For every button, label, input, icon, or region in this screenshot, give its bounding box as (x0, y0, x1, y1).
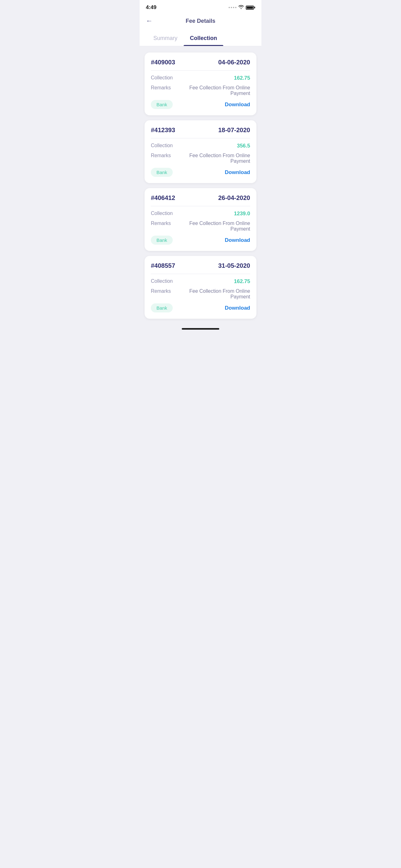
card-footer-0: Bank Download (151, 100, 250, 109)
page-title: Fee Details (186, 18, 215, 24)
status-bar: 4:49 (140, 0, 261, 13)
fee-card-1: #412393 18-07-2020 Collection 356.5 Rema… (144, 120, 257, 183)
download-button-2[interactable]: Download (225, 237, 250, 243)
collection-row-0: Collection 162.75 (151, 75, 250, 81)
fee-card-3: #408557 31-05-2020 Collection 162.75 Rem… (144, 256, 257, 319)
card-header-2: #406412 26-04-2020 (151, 194, 250, 206)
remarks-row-1: Remarks Fee Collection From Online Payme… (151, 153, 250, 164)
status-time: 4:49 (146, 4, 157, 11)
signal-icon (229, 7, 236, 8)
collection-amount-3: 162.75 (234, 278, 250, 285)
card-footer-3: Bank Download (151, 303, 250, 312)
remarks-label-3: Remarks (151, 288, 171, 294)
wifi-icon (238, 5, 244, 10)
bank-badge-3[interactable]: Bank (151, 303, 173, 312)
remarks-value-3: Fee Collection From Online Payment (188, 288, 250, 300)
card-id-0: #409003 (151, 59, 175, 66)
back-button[interactable]: ← (146, 16, 155, 26)
card-date-3: 31-05-2020 (218, 262, 250, 269)
collection-label-1: Collection (151, 143, 173, 148)
card-header-0: #409003 04-06-2020 (151, 59, 250, 71)
bank-badge-0[interactable]: Bank (151, 100, 173, 109)
home-bar (182, 328, 219, 330)
card-id-2: #406412 (151, 194, 175, 202)
card-header-3: #408557 31-05-2020 (151, 262, 250, 274)
tab-summary[interactable]: Summary (147, 31, 183, 46)
collection-amount-1: 356.5 (237, 143, 250, 149)
download-button-1[interactable]: Download (225, 169, 250, 176)
fee-card-2: #406412 26-04-2020 Collection 1239.0 Rem… (144, 188, 257, 251)
card-date-2: 26-04-2020 (218, 194, 250, 202)
remarks-label-1: Remarks (151, 153, 171, 158)
card-header-1: #412393 18-07-2020 (151, 127, 250, 138)
remarks-label-2: Remarks (151, 221, 171, 226)
download-button-3[interactable]: Download (225, 305, 250, 311)
collection-amount-0: 162.75 (234, 75, 250, 81)
tabs-container: Summary Collection (140, 31, 261, 46)
remarks-row-2: Remarks Fee Collection From Online Payme… (151, 221, 250, 232)
download-button-0[interactable]: Download (225, 101, 250, 108)
collection-label-0: Collection (151, 75, 173, 81)
card-date-1: 18-07-2020 (218, 127, 250, 134)
remarks-value-2: Fee Collection From Online Payment (188, 221, 250, 232)
card-footer-1: Bank Download (151, 168, 250, 177)
card-id-3: #408557 (151, 262, 175, 269)
home-indicator (140, 325, 261, 335)
collection-row-2: Collection 1239.0 (151, 211, 250, 217)
card-footer-2: Bank Download (151, 236, 250, 245)
collection-label-3: Collection (151, 278, 173, 284)
remarks-value-1: Fee Collection From Online Payment (188, 153, 250, 164)
collection-label-2: Collection (151, 211, 173, 216)
remarks-label-0: Remarks (151, 85, 171, 91)
fee-card-0: #409003 04-06-2020 Collection 162.75 Rem… (144, 53, 257, 115)
card-id-1: #412393 (151, 127, 175, 134)
collection-row-3: Collection 162.75 (151, 278, 250, 285)
collection-amount-2: 1239.0 (234, 211, 250, 217)
remarks-row-3: Remarks Fee Collection From Online Payme… (151, 288, 250, 300)
remarks-row-0: Remarks Fee Collection From Online Payme… (151, 85, 250, 96)
collection-row-1: Collection 356.5 (151, 143, 250, 149)
status-icons (229, 5, 255, 10)
battery-icon (246, 6, 255, 10)
content-area: #409003 04-06-2020 Collection 162.75 Rem… (140, 46, 261, 325)
bank-badge-1[interactable]: Bank (151, 168, 173, 177)
header: ← Fee Details (140, 13, 261, 31)
remarks-value-0: Fee Collection From Online Payment (188, 85, 250, 96)
card-date-0: 04-06-2020 (218, 59, 250, 66)
bank-badge-2[interactable]: Bank (151, 236, 173, 245)
tab-collection[interactable]: Collection (183, 31, 223, 46)
